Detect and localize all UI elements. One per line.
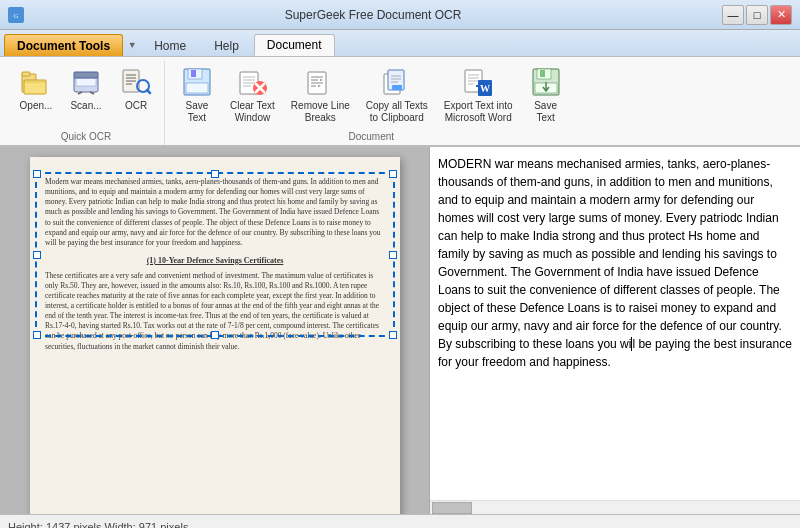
status-text: Height: 1437 pixels Width: 971 pixels <box>8 521 188 529</box>
ocr-text-content: MODERN war means mechanised armies, tank… <box>438 157 792 369</box>
export-word-label: Export Text intoMicrosoft Word <box>444 100 513 124</box>
remove-breaks-label: Remove LineBreaks <box>291 100 350 124</box>
svg-rect-20 <box>186 83 208 93</box>
window-controls: — □ ✕ <box>722 5 792 25</box>
svg-line-16 <box>147 90 150 93</box>
svg-rect-19 <box>191 70 196 77</box>
svg-rect-6 <box>76 78 96 86</box>
save-text-icon <box>181 66 213 98</box>
save-text-button[interactable]: SaveText <box>173 61 221 129</box>
maximize-button[interactable]: □ <box>746 5 768 25</box>
remove-breaks-icon <box>304 66 336 98</box>
doc-text-paragraph2: These certificates are a very safe and c… <box>45 271 385 352</box>
title-bar: G SuperGeek Free Document OCR — □ ✕ <box>0 0 800 30</box>
close-button[interactable]: ✕ <box>770 5 792 25</box>
clear-text-button[interactable]: Clear TextWindow <box>223 61 282 129</box>
ribbon-tab-arrow: ▼ <box>125 34 139 56</box>
ribbon-content: Open... Scan... <box>0 56 800 145</box>
title-bar-left: G <box>8 7 24 23</box>
svg-text:G: G <box>13 12 18 20</box>
clear-text-label: Clear TextWindow <box>230 100 275 124</box>
app-title: SuperGeek Free Document OCR <box>24 8 722 22</box>
document-group-label: Document <box>349 129 395 145</box>
h-scroll-thumb[interactable] <box>432 502 472 514</box>
ribbon-highlighted-tab[interactable]: Document Tools <box>4 34 123 56</box>
status-bar: Height: 1437 pixels Width: 971 pixels <box>0 514 800 528</box>
quickocr-buttons: Open... Scan... <box>12 61 160 129</box>
ribbon-group-document: SaveText <box>169 61 574 145</box>
svg-text:W: W <box>480 83 490 94</box>
scan-label: Scan... <box>70 100 101 112</box>
ribbon-tab-bar: Document Tools ▼ Home Help Document <box>0 30 800 56</box>
ocr-label: OCR <box>125 100 147 112</box>
text-cursor <box>631 337 632 351</box>
svg-rect-3 <box>22 72 30 76</box>
tab-document[interactable]: Document <box>254 34 335 56</box>
tab-help[interactable]: Help <box>201 34 252 56</box>
open-label: Open... <box>20 100 53 112</box>
scan-button[interactable]: Scan... <box>62 61 110 117</box>
right-panel: MODERN war means mechanised armies, tank… <box>430 147 800 514</box>
doc-text-paragraph1: Modern war means mechanised armies, tank… <box>45 177 385 248</box>
save-text-label: SaveText <box>186 100 209 124</box>
document-image-area: Modern war means mechanised armies, tank… <box>0 147 429 514</box>
export-word-button[interactable]: W Export Text intoMicrosoft Word <box>437 61 520 129</box>
document-paper-content: Modern war means mechanised armies, tank… <box>30 157 400 372</box>
ocr-text-pane[interactable]: MODERN war means mechanised armies, tank… <box>430 147 800 500</box>
scan-icon <box>70 66 102 98</box>
save-text2-label: SaveText <box>534 100 557 124</box>
quickocr-group-label: Quick OCR <box>61 129 112 145</box>
open-icon <box>20 66 52 98</box>
save-text2-icon <box>530 66 562 98</box>
clear-text-icon <box>236 66 268 98</box>
save-text2-button[interactable]: SaveText <box>522 61 570 129</box>
ocr-icon <box>120 66 152 98</box>
copy-all-button[interactable]: Copy all Textsto Clipboard <box>359 61 435 129</box>
copy-all-label: Copy all Textsto Clipboard <box>366 100 428 124</box>
remove-breaks-button[interactable]: Remove LineBreaks <box>284 61 357 129</box>
minimize-button[interactable]: — <box>722 5 744 25</box>
document-buttons: SaveText <box>173 61 570 129</box>
ocr-button[interactable]: OCR <box>112 61 160 117</box>
svg-rect-7 <box>74 72 98 78</box>
main-area: Modern war means mechanised armies, tank… <box>0 146 800 514</box>
svg-rect-49 <box>540 70 545 77</box>
document-paper: Modern war means mechanised armies, tank… <box>30 157 400 514</box>
ribbon: Document Tools ▼ Home Help Document <box>0 30 800 146</box>
document-pane: Modern war means mechanised armies, tank… <box>0 147 430 514</box>
svg-rect-39 <box>392 85 402 90</box>
horizontal-scrollbar[interactable] <box>430 500 800 514</box>
doc-section-header: (1) 10-Year Defence Savings Certificates <box>45 256 385 267</box>
ribbon-group-quickocr: Open... Scan... <box>8 61 165 145</box>
open-button[interactable]: Open... <box>12 61 60 117</box>
app-icon: G <box>8 7 24 23</box>
copy-all-icon <box>381 66 413 98</box>
tab-home[interactable]: Home <box>141 34 199 56</box>
export-word-icon: W <box>462 66 494 98</box>
